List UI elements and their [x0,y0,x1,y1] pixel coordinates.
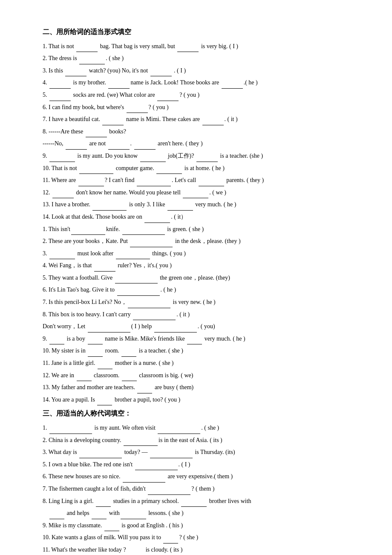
blank [88,332,130,332]
blank [150,458,193,458]
blank [183,198,208,198]
blank [65,76,86,76]
blank [86,137,107,137]
line-s2b-12: 12. We are in classroom. classroom is bi… [43,370,358,382]
line-s3-1: 1. is my aunt. We often visit . ( she ) [43,422,358,434]
blank [181,506,207,507]
blank [49,162,75,162]
blank [133,320,176,320]
blank [128,308,170,308]
line-s2-4: 4. is my brother. name is Jack. Look! Th… [43,77,358,89]
blank [222,88,243,89]
blank [121,519,146,519]
line-s2-11: 11. Where are ? I can't find . Let's cal… [43,175,358,186]
blank [77,381,92,381]
blank [187,344,202,344]
blank [163,543,178,543]
line-s2-1: 1. That is not bag. That bag is very sma… [43,41,358,52]
blank [49,344,64,344]
blank [49,88,71,89]
blank [144,223,170,223]
blank [154,332,197,332]
blank [135,470,178,470]
line-s2-8b: ------No, are not . aren't here. ( they … [43,138,358,150]
worksheet: 二、用所给词的适当形式填空 1. That is not bag. That b… [43,26,358,555]
blank [123,482,165,483]
blank [79,458,122,458]
blank [96,506,111,507]
blank [202,125,224,125]
blank [115,283,158,283]
blank [92,519,107,519]
blank [157,101,179,101]
blank [49,101,71,101]
line-s3-9: 9. Mike is my classmate. is good at Engl… [43,520,358,532]
line-s3-8: 8. Ling Ling is a girl. studies in a pri… [43,496,358,507]
blank [94,271,115,272]
line-s2b-8: 8. This box is too heavy. I can't carry … [43,309,358,321]
line-s2b-10: 10. My sister is in room. is a teacher. … [43,345,358,357]
blank [127,113,148,113]
blank [117,295,160,296]
blank [79,64,105,64]
blank [137,393,152,393]
blank [97,405,112,405]
line-s3-3: 3. What day is today? — is Thursday. (it… [43,447,358,458]
blank [66,149,87,150]
line-s2-8a: 8. ------Are these books? [43,126,358,138]
blank [52,198,74,198]
line-s2-13: 13. I have a brother. is only 3. I like … [43,199,358,211]
line-s2-7: 7. I have a beautiful cat. name is Mimi.… [43,114,358,125]
blank [130,247,173,247]
line-s2-5: 5. socks are red. (we) What color are ? … [43,90,358,101]
line-s2b-4: 4. Wei Fang，is that ruler? Yes，it's.( yo… [43,260,358,272]
line-s3-6: 6. These new houses are so nice. are ver… [43,471,358,483]
blank [104,531,119,531]
section3: 三、用适当的人称代词填空： 1. is my aunt. We often vi… [43,407,358,555]
blank [122,381,137,381]
line-s2-9: 9. is my aunt. Do you know job(工作)? is a… [43,150,358,162]
blank [71,234,105,235]
line-s2b-9: 9. is a boy name is Mike. Mike's friends… [43,333,358,345]
blank [199,186,224,186]
line-s3-8b: and helps with lessons. ( she ) [43,508,358,519]
blank [148,494,190,495]
line-s2b-7: 7. Is this pencil-box Li Lei's? No， is v… [43,297,358,308]
line-s3-5: 5. I own a blue bike. The red one isn't … [43,459,358,471]
blank [121,356,136,357]
line-s2b-13: 13. My father and mother are teachers. a… [43,382,358,393]
line-s2-10: 10. That is not computer game. is at hom… [43,163,358,174]
blank [76,52,98,52]
blank [98,369,112,369]
line-s2b-6: 6. It's Lin Tao's bag. Give it to . ( he… [43,284,358,296]
blank [79,173,113,174]
line-s2-3: 3. Is this watch? (you) No, it's not . (… [43,65,358,77]
blank [88,344,103,344]
line-s3-11: 11. What's the weather like today ? is c… [43,544,358,555]
blank [92,210,127,211]
line-s2-2: 2. The dress is . ( she ) [43,53,358,64]
blank [167,210,193,211]
blank [150,76,172,76]
line-s2-6: 6. I can find my book, but where's ? ( y… [43,102,358,113]
line-s2-12: 12. don't know her name. Would you pleas… [43,187,358,199]
line-s3-7: 7. The fishermen caught a lot of fish, d… [43,483,358,495]
blank [116,259,150,259]
line-s2b-1: 1. This isn'tknife. is green. ( she ) [43,224,358,235]
section3-title: 三、用适当的人称代词填空： [43,407,358,420]
blank [108,88,130,89]
blank [108,149,130,150]
blank [49,519,64,519]
blank [134,149,156,150]
blank [49,259,75,259]
blank [140,162,166,162]
line-s2b-5: 5. They want a football. Give the green … [43,272,358,284]
line-s2b-dont: Don't worry，Let ( I ) help . ( you) [43,321,358,332]
line-s2b-14: 14. You are a pupil. Is brother a pupil,… [43,394,358,406]
blank [156,173,182,174]
blank [177,52,199,52]
blank [78,186,104,186]
line-s3-10: 10. Kate wants a glass of milk. Will you… [43,532,358,543]
line-s2b-11: 11. Jane is a little girl. mother is a n… [43,358,358,369]
line-s3-2: 2. China is a developing country. is in … [43,435,358,446]
